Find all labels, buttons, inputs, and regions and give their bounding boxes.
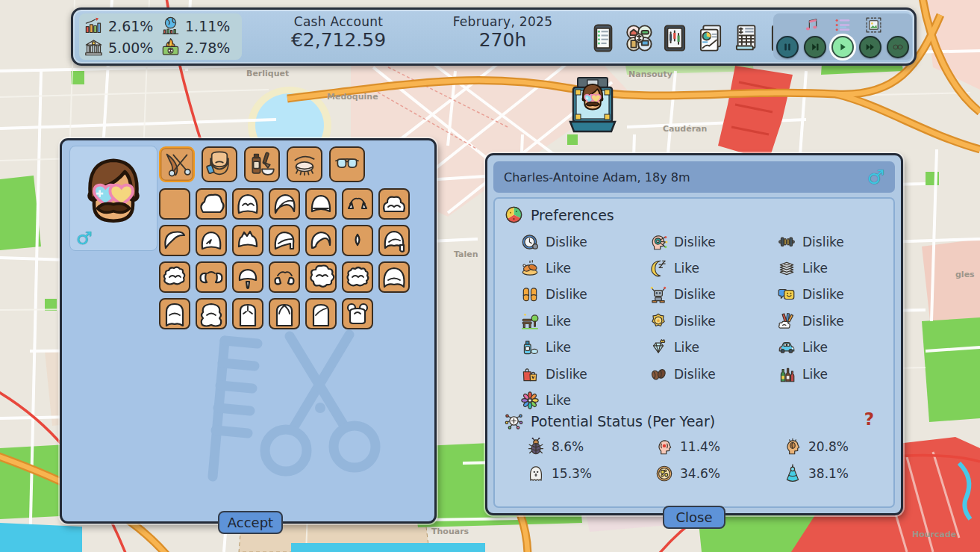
status-item: 38.1%	[783, 460, 849, 487]
tab-glasses[interactable]	[329, 146, 365, 182]
shopping-icon	[520, 365, 540, 384]
hair-row	[159, 225, 410, 256]
hair-option-sides[interactable]	[342, 188, 373, 220]
hair-option-round[interactable]	[232, 188, 263, 220]
preference-item: Like	[777, 255, 844, 281]
appearance-tabs	[159, 146, 365, 182]
tab-haircut[interactable]	[159, 146, 195, 182]
player-marker[interactable]	[569, 76, 617, 133]
hair-option-sweep[interactable]	[159, 225, 190, 256]
bills-button[interactable]	[730, 22, 763, 55]
alcohol-icon	[777, 365, 796, 384]
hair-option-tufts[interactable]	[269, 261, 300, 293]
preferences-column-2: DislikeLikeDislikeDislikeLikeDislike	[649, 229, 716, 387]
preference-item: Like	[777, 361, 844, 387]
phone-tasks-button[interactable]	[587, 22, 619, 55]
ghost-icon	[526, 464, 546, 483]
hair-option-curls[interactable]	[378, 188, 410, 220]
hair-option-puffs[interactable]	[196, 261, 227, 293]
screenshot-icon	[864, 16, 883, 34]
assets-icon	[623, 22, 655, 54]
hair-option-afro[interactable]	[305, 261, 337, 293]
hair-option-squarecurl[interactable]	[342, 261, 373, 293]
fast-forward-button[interactable]	[859, 36, 881, 58]
character-info-panel: Charles-Antoine Adam, 18y 8m ♂ Preferenc…	[485, 153, 903, 515]
screenshot-button[interactable]	[864, 16, 883, 34]
clock-icon	[520, 232, 540, 252]
utility-row	[773, 16, 912, 34]
preference-item: Dislike	[777, 308, 844, 334]
close-button[interactable]: Close	[663, 506, 725, 529]
fitness-icon	[777, 232, 796, 252]
stock-market-button[interactable]	[658, 22, 691, 55]
status-item: 34.6%	[655, 460, 720, 487]
hair-option-swept[interactable]	[269, 188, 300, 220]
status-column-2: 11.4%34.6%	[655, 433, 720, 487]
max-speed-button[interactable]	[887, 36, 909, 58]
hair-option-long1[interactable]	[159, 298, 190, 329]
disease-icon	[655, 464, 674, 483]
sleep-icon	[649, 258, 668, 278]
hair-option-part[interactable]	[196, 225, 227, 256]
papers-icon	[777, 258, 796, 278]
preference-item: Dislike	[649, 229, 716, 255]
preference-item: Like	[649, 255, 716, 281]
cash-account-value: €2,712.59	[258, 30, 419, 52]
hair-option-long4[interactable]	[269, 298, 300, 329]
tab-beard[interactable]	[202, 146, 237, 182]
psychology-icon	[649, 232, 668, 252]
character-header: Charles-Antoine Adam, 18y 8m ♂	[493, 161, 895, 193]
map-label-talence: Talen	[454, 249, 478, 259]
cash-account-block: Cash Account €2,712.59	[258, 15, 419, 51]
cash-account-label: Cash Account	[258, 15, 419, 30]
preferences-heading: Preferences	[504, 205, 614, 225]
play-button[interactable]	[831, 36, 854, 58]
status-item: 8.6%	[526, 433, 592, 460]
male-symbol: ♂	[867, 166, 884, 188]
hair-option-bob[interactable]	[378, 261, 410, 293]
hair-option-comb[interactable]	[269, 225, 300, 256]
hair-option-drop[interactable]	[342, 225, 373, 256]
stat-inflation: 2.78%	[160, 37, 237, 58]
help-question-mark[interactable]: ?	[864, 409, 874, 429]
hair-option-burns[interactable]	[378, 225, 410, 256]
hair-option-spike[interactable]	[232, 225, 263, 256]
hair-option-bangs[interactable]	[305, 188, 337, 220]
music-button[interactable]	[803, 16, 822, 34]
hair-option-long5[interactable]	[305, 298, 337, 329]
social-icon	[777, 285, 796, 304]
stocks-icon	[659, 22, 690, 54]
assets-button[interactable]	[622, 22, 655, 55]
phone-icon	[587, 22, 619, 54]
preference-item: Dislike	[777, 282, 844, 308]
potential-status-heading: Potential Status (Per Year)	[504, 411, 715, 431]
event-list-button[interactable]	[834, 16, 852, 34]
potential-status-title: Potential Status (Per Year)	[531, 413, 715, 429]
hair-option-none[interactable]	[159, 188, 190, 220]
accept-button[interactable]: Accept	[218, 511, 283, 534]
ffwd-icon	[864, 40, 877, 54]
bug-icon	[526, 437, 546, 456]
stat-bank: 5.00%	[84, 37, 160, 58]
player-avatar	[578, 81, 607, 114]
brows-icon	[290, 150, 319, 179]
hair-option-bunsquare[interactable]	[342, 298, 373, 329]
hair-option-strand[interactable]	[232, 261, 263, 293]
bank-icon	[84, 37, 104, 58]
stats-box: 2.61%5.00%1.11%2.78%	[79, 13, 242, 60]
robot-icon	[649, 285, 668, 304]
tab-eyebrows[interactable]	[287, 146, 322, 182]
preference-item: Like	[520, 387, 587, 413]
hair-option-wave[interactable]	[305, 225, 337, 256]
pause-button[interactable]	[776, 36, 799, 58]
play-slow-button[interactable]	[804, 36, 826, 58]
character-details: Preferences DislikeLikeDislikeLikeLikeDi…	[493, 197, 895, 508]
hair-option-cloud[interactable]	[196, 188, 227, 220]
hair-option-long3[interactable]	[232, 298, 263, 329]
report-button[interactable]	[694, 22, 727, 55]
hair-option-long2[interactable]	[196, 298, 227, 329]
tab-hair-dye[interactable]	[244, 146, 280, 182]
hair-option-curls2[interactable]	[159, 261, 190, 293]
flower-icon	[520, 391, 540, 410]
game-date: February, 2025	[430, 15, 575, 30]
